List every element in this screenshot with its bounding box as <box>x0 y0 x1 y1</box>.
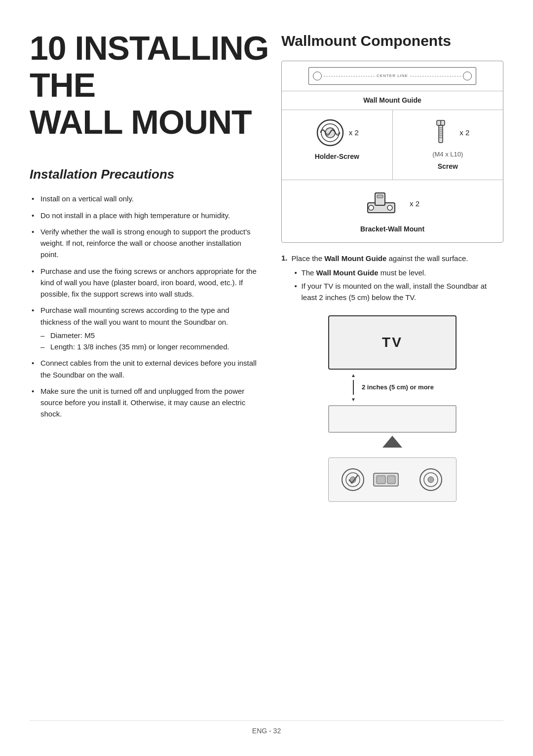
gap-label: 2 inches (5 cm) or more <box>362 382 434 392</box>
arrow-down-icon <box>351 396 356 403</box>
list-item: Make sure the unit is turned off and unp… <box>30 385 257 420</box>
components-box: CENTER LINE Wall Mount Guide <box>281 61 503 243</box>
svg-rect-22 <box>387 476 395 484</box>
svg-point-14 <box>369 205 374 210</box>
list-item: Do not install in a place with high temp… <box>30 210 257 221</box>
bracket-label: Bracket-Wall Mount <box>360 224 424 234</box>
bold-guide: Wall Mount Guide <box>324 254 386 263</box>
screw-label: Screw <box>438 161 458 172</box>
tv-diagram: TV 2 inches (5 cm) or more <box>281 315 503 502</box>
screw-icon <box>426 118 456 148</box>
guide-bar: CENTER LINE <box>308 67 476 85</box>
step-sub-item: The Wall Mount Guide must be level. <box>292 267 503 278</box>
bold-guide2: Wall Mount Guide <box>316 268 379 277</box>
guide-circle-left <box>313 72 322 80</box>
list-item: Install on a vertical wall only. <box>30 193 257 204</box>
footer: ENG - 32 <box>30 720 503 736</box>
screw-qty: x 2 <box>459 127 469 139</box>
guide-dashes-left <box>324 76 375 76</box>
arrow-up-icon <box>351 372 356 379</box>
bracket-qty: x 2 <box>410 198 419 210</box>
precautions-list: Install on a vertical wall only. Do not … <box>30 193 257 419</box>
step-1: 1. Place the Wall Mount Guide against th… <box>281 253 503 305</box>
soundbar-placeholder <box>328 405 457 433</box>
tv-box: TV <box>328 315 457 370</box>
arrow-gap: 2 inches (5 cm) or more <box>351 372 434 403</box>
list-item: Connect cables from the unit to external… <box>30 357 257 380</box>
mount-triangle-icon <box>382 436 402 448</box>
list-item: Purchase wall mounting screws according … <box>30 304 257 352</box>
arrow-vertical <box>351 372 356 403</box>
sub-list: Diameter: M5 Length: 1 3/8 inches (35 mm… <box>40 330 257 353</box>
page-number: ENG - 32 <box>252 727 281 735</box>
chapter-title: 10 INSTALLING THE WALL MOUNT <box>30 30 257 140</box>
soundbar-interior-icon <box>338 462 447 497</box>
sub-list-item: Length: 1 3/8 inches (35 mm) or longer r… <box>40 341 257 352</box>
top-section: 10 INSTALLING THE WALL MOUNT Installatio… <box>30 30 503 701</box>
screw-sub: (M4 x L10) <box>432 150 463 159</box>
page: 10 INSTALLING THE WALL MOUNT Installatio… <box>0 0 533 756</box>
guide-label: Wall Mount Guide <box>282 91 503 110</box>
svg-rect-21 <box>377 476 385 484</box>
holder-screw-label: Holder-Screw <box>315 151 359 162</box>
guide-circle-right <box>463 72 472 80</box>
list-item: Verify whether the wall is strong enough… <box>30 226 257 261</box>
bracket-icon <box>365 188 405 220</box>
wallmount-title: Wallmount Components <box>281 30 503 52</box>
left-column: 10 INSTALLING THE WALL MOUNT Installatio… <box>30 30 257 701</box>
soundbar-diagram <box>328 457 457 502</box>
section-title: Installation Precautions <box>30 165 257 184</box>
right-column: Wallmount Components CENTER LINE Wall Mo… <box>281 30 503 701</box>
step-content: Place the Wall Mount Guide against the w… <box>292 253 503 305</box>
svg-point-25 <box>428 477 434 483</box>
guide-row: CENTER LINE <box>282 61 503 91</box>
title-line2: WALL MOUNT <box>30 103 252 141</box>
holder-screw-icon <box>315 118 345 148</box>
guide-dashes-right <box>410 76 461 76</box>
step-sub-list: The Wall Mount Guide must be level. If y… <box>292 267 503 303</box>
svg-rect-16 <box>377 195 383 198</box>
holder-screw-qty: x 2 <box>349 127 359 139</box>
steps-section: 1. Place the Wall Mount Guide against th… <box>281 253 503 305</box>
list-item: Purchase and use the fixing screws or an… <box>30 265 257 300</box>
step-sub-item: If your TV is mounted on the wall, insta… <box>292 280 503 303</box>
step-number: 1. <box>281 253 288 305</box>
arrow-line <box>353 380 354 395</box>
guide-center-label: CENTER LINE <box>377 73 408 79</box>
svg-point-15 <box>387 205 392 210</box>
chapter-number: 10 <box>30 29 66 67</box>
sub-list-item: Diameter: M5 <box>40 330 257 341</box>
